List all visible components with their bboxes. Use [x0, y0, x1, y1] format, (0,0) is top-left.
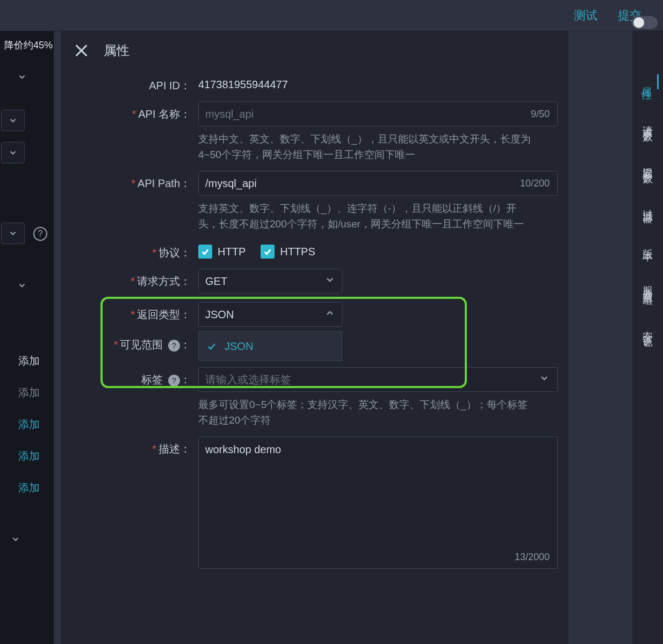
desc-value: workshop demo: [205, 443, 281, 455]
checkbox-https[interactable]: HTTPS: [261, 245, 315, 259]
left-sidebar: 降价约45% ? 添加 添加 添加 添加 添加: [0, 31, 54, 644]
left-links-list: 添加 添加 添加 添加 添加: [18, 354, 40, 495]
top-action-bar: 测试 提交: [0, 0, 663, 31]
desc-counter: 13/2000: [515, 552, 550, 563]
dropdown-box[interactable]: [1, 110, 25, 131]
help-icon[interactable]: ?: [168, 375, 180, 387]
chevron-down-icon: [325, 275, 335, 288]
left-link[interactable]: 添加: [18, 449, 40, 463]
method-select[interactable]: GET: [198, 269, 342, 294]
row-tags: 标签 ?： 请输入或选择标签 最多可设置0~5个标签；支持汉字、英文、数字、下划…: [73, 367, 558, 428]
label-method: *请求方式：: [73, 269, 191, 289]
chevron-up-icon: [325, 308, 335, 321]
chevron-down-icon[interactable]: [9, 532, 23, 546]
test-link[interactable]: 测试: [574, 8, 597, 24]
toggle-switch[interactable]: [632, 16, 658, 29]
tab-version[interactable]: 版本: [641, 235, 655, 251]
tab-request-params[interactable]: 请求参数: [641, 112, 655, 131]
checkbox-http-label: HTTP: [218, 246, 246, 258]
left-link-muted: 添加: [18, 385, 40, 400]
desc-textarea[interactable]: workshop demo 13/2000: [198, 437, 558, 569]
right-tabs: 属性 请求参数 返回参数 过滤器 版本 服务资源组 安全认证: [632, 31, 663, 644]
chevron-down-icon: [539, 373, 550, 387]
return-type-dropdown: JSON: [198, 331, 342, 361]
api-name-placeholder: mysql_api: [205, 108, 254, 120]
panel-title: 属性: [104, 42, 129, 59]
return-type-option-json[interactable]: JSON: [199, 332, 342, 361]
chevron-down-icon[interactable]: [15, 278, 29, 292]
tab-properties[interactable]: 属性: [640, 74, 659, 89]
label-api-name: *API 名称：: [73, 102, 191, 121]
api-name-input[interactable]: mysql_api 9/50: [198, 102, 558, 126]
chevron-down-icon[interactable]: [15, 70, 29, 84]
help-icon[interactable]: ?: [33, 227, 47, 241]
label-return-type: *返回类型：: [73, 302, 191, 322]
label-desc: *描述：: [73, 437, 191, 456]
api-path-hint: 支持英文、数字、下划线（_）、连字符（-），且只能以正斜线（/）开头，长度不超过…: [198, 201, 531, 232]
toggle-knob: [633, 17, 644, 28]
label-protocol: *协议：: [73, 240, 191, 260]
row-method: *请求方式： GET: [73, 269, 558, 294]
label-api-path: *API Path：: [73, 171, 191, 191]
row-desc: *描述： workshop demo 13/2000: [73, 437, 558, 569]
row-return-type: *返回类型： JSON JSON: [73, 302, 558, 361]
row-api-name: *API 名称： mysql_api 9/50 支持中文、英文、数字、下划线（_…: [73, 102, 558, 162]
label-tags: 标签 ?：: [73, 367, 191, 387]
row-api-path: *API Path： /mysql_api 10/200 支持英文、数字、下划线…: [73, 171, 558, 232]
promo-text: 降价约45%: [4, 39, 53, 52]
row-protocol: *协议： HTTP HTTPS: [73, 240, 558, 260]
checkbox-http[interactable]: HTTP: [198, 245, 246, 259]
tab-security-auth[interactable]: 安全认证: [641, 317, 655, 337]
checkbox-checked-icon: [261, 245, 275, 259]
checkbox-checked-icon: [198, 245, 212, 259]
api-path-counter: 10/200: [520, 178, 550, 189]
return-type-select-value: JSON: [205, 309, 234, 321]
api-name-counter: 9/50: [531, 109, 550, 120]
return-type-option-label: JSON: [225, 340, 253, 353]
properties-panel: 属性 API ID： 417381955944477 *API 名称： mysq…: [61, 31, 568, 644]
left-link-header: 添加: [18, 354, 40, 368]
dropdown-box[interactable]: [1, 223, 25, 244]
label-visible-scope: *可见范围 ?：: [73, 332, 191, 352]
properties-form: API ID： 417381955944477 *API 名称： mysql_a…: [62, 73, 568, 569]
left-link[interactable]: 添加: [18, 417, 40, 432]
return-type-select[interactable]: JSON: [198, 302, 342, 327]
right-gutter: [568, 31, 600, 644]
tab-return-params[interactable]: 返回参数: [641, 154, 655, 173]
tags-hint: 最多可设置0~5个标签；支持汉字、英文、数字、下划线（_）；每个标签不超过20个…: [198, 397, 531, 428]
panel-header: 属性: [62, 31, 568, 73]
row-api-id: API ID： 417381955944477: [73, 73, 558, 93]
value-api-id: 417381955944477: [198, 73, 558, 91]
label-api-id: API ID：: [73, 73, 191, 93]
method-select-value: GET: [205, 275, 227, 288]
api-path-input[interactable]: /mysql_api 10/200: [198, 171, 558, 196]
tags-placeholder: 请输入或选择标签: [205, 373, 291, 387]
help-icon[interactable]: ?: [168, 340, 180, 352]
left-link[interactable]: 添加: [18, 481, 40, 495]
close-icon[interactable]: [74, 43, 89, 58]
dropdown-box[interactable]: [1, 142, 25, 163]
tab-filter[interactable]: 过滤器: [641, 196, 655, 213]
api-path-value: /mysql_api: [205, 177, 257, 190]
tags-select[interactable]: 请输入或选择标签: [198, 367, 558, 392]
checkbox-https-label: HTTPS: [280, 246, 315, 258]
api-name-hint: 支持中文、英文、数字、下划线（_），且只能以英文或中文开头，长度为4~50个字符…: [198, 132, 531, 162]
tab-service-resource-group[interactable]: 服务资源组: [641, 273, 655, 295]
